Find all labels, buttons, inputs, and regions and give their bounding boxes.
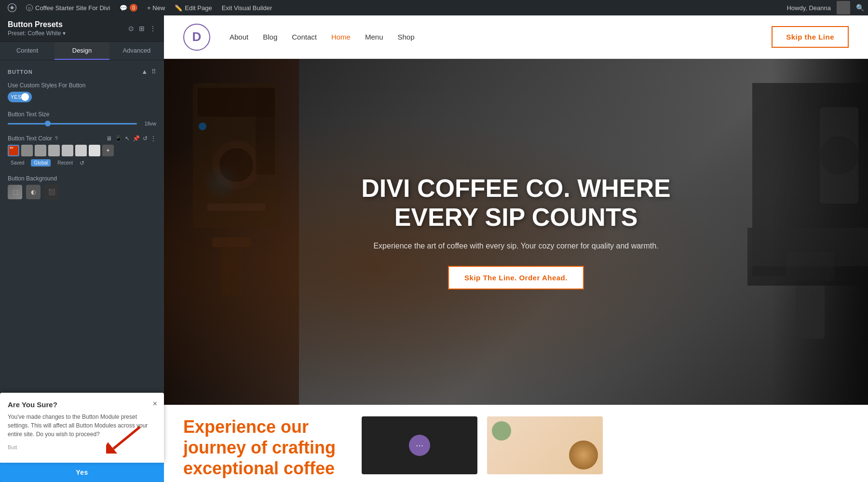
swatch-gray6[interactable] xyxy=(89,145,100,156)
comments-item[interactable]: 💬 0 xyxy=(116,0,141,15)
red-arrow-icon xyxy=(106,425,145,454)
play-icon: ⋯ xyxy=(416,441,423,450)
main-layout: Button Presets Preset: Coffee White ▾ ⊙ … xyxy=(0,15,868,482)
bg-option-3[interactable]: ⬛ xyxy=(44,185,59,199)
site-name-text: Coffee Starter Site For Divi xyxy=(35,4,110,12)
custom-styles-toggle[interactable]: YES xyxy=(8,92,32,102)
bottom-section: Experience our journey of crafting excep… xyxy=(164,405,868,482)
tab-design[interactable]: Design xyxy=(54,42,109,60)
search-icon[interactable]: 🔍 xyxy=(856,4,864,12)
text-color-label: Button Text Color ? 🖥 📱 ↖ 📌 ↺ ⋮ xyxy=(8,135,156,142)
swatch-gray1[interactable] xyxy=(21,145,33,156)
dialog-title: Are You Sure? xyxy=(8,400,156,409)
mode-saved[interactable]: Saved xyxy=(8,159,27,166)
left-panel: Button Presets Preset: Coffee White ▾ ⊙ … xyxy=(0,15,164,482)
hero-cta-button[interactable]: Skip The Line. Order Ahead. xyxy=(448,266,584,289)
toggle-yes-label: YES xyxy=(11,94,21,100)
site-name-item[interactable]: D Coffee Starter Site For Divi xyxy=(22,0,114,15)
options-icon[interactable]: ⋮ xyxy=(150,135,156,142)
exit-builder-item[interactable]: Exit Visual Builder xyxy=(218,0,276,15)
field-button-text-color: Button Text Color ? 🖥 📱 ↖ 📌 ↺ ⋮ ✏ xyxy=(8,135,156,166)
experience-text: Experience our journey of crafting excep… xyxy=(183,416,347,479)
tab-advanced[interactable]: Advanced xyxy=(109,42,164,60)
nav-blog[interactable]: Blog xyxy=(263,33,277,41)
bottom-card-video: ⋯ xyxy=(362,416,477,474)
arrow-icon[interactable]: ↖ xyxy=(125,135,130,142)
hero-title: DIVI COFFEE CO. WHERE EVERY SIP COUNTS xyxy=(323,174,709,232)
site-nav: D About Blog Contact Home Menu Shop Skip… xyxy=(164,15,868,59)
bg-option-1[interactable]: ⬚ xyxy=(8,185,22,199)
text-size-value: 1llvw xyxy=(142,121,156,126)
swatch-add[interactable]: + xyxy=(102,145,114,156)
edit-icon: ✏️ xyxy=(175,4,182,12)
site-logo-letter: D xyxy=(192,29,202,44)
section-title-button: Button xyxy=(8,69,33,75)
new-label: + New xyxy=(147,4,165,12)
desktop-view-icon[interactable]: 🖥 xyxy=(106,135,112,142)
comment-icon: 💬 xyxy=(120,4,127,12)
wp-admin-bar: D Coffee Starter Site For Divi 💬 0 + New… xyxy=(0,0,868,15)
custom-styles-label: Use Custom Styles For Button xyxy=(8,82,156,89)
nav-about[interactable]: About xyxy=(230,33,248,41)
nav-menu[interactable]: Menu xyxy=(365,33,383,41)
gradient1-icon: ⬚ xyxy=(13,189,18,195)
toggle-wrap: YES xyxy=(8,92,156,102)
nav-links: About Blog Contact Home Menu Shop xyxy=(230,33,772,41)
avatar xyxy=(837,1,850,14)
focus-icon[interactable]: ⊙ xyxy=(128,25,134,32)
gradient2-icon: ◐ xyxy=(31,189,36,195)
swatch-gray4[interactable] xyxy=(62,145,73,156)
bg-option-2[interactable]: ◐ xyxy=(26,185,41,199)
swatch-gray3[interactable] xyxy=(48,145,60,156)
site-logo: D xyxy=(183,24,210,51)
arrow-container xyxy=(106,425,145,455)
nav-home[interactable]: Home xyxy=(331,33,351,41)
edit-page-item[interactable]: ✏️ Edit Page xyxy=(171,0,216,15)
collapse-icon[interactable]: ▲ xyxy=(141,68,148,75)
yes-button[interactable]: Yes xyxy=(0,463,164,482)
panel-subtitle[interactable]: Preset: Coffee White ▾ xyxy=(8,30,66,37)
more-icon[interactable]: ⋮ xyxy=(149,25,156,32)
field-use-custom-styles: Use Custom Styles For Button YES xyxy=(8,82,156,102)
question-icon[interactable]: ? xyxy=(55,136,58,141)
mode-global[interactable]: Global xyxy=(31,159,51,166)
bg-label: Button Background xyxy=(8,175,156,182)
columns-icon[interactable]: ⊞ xyxy=(139,25,145,32)
panel-header: Button Presets Preset: Coffee White ▾ ⊙ … xyxy=(0,15,164,42)
field-button-background: Button Background ⬚ ◐ ⬛ xyxy=(8,175,156,199)
play-button[interactable]: ⋯ xyxy=(409,435,430,456)
swatch-edit-active[interactable]: ✏ xyxy=(8,145,19,156)
text-size-slider[interactable] xyxy=(8,123,137,124)
solid-icon: ⬛ xyxy=(48,189,55,195)
svg-text:D: D xyxy=(28,7,30,10)
hero-subtitle: Experience the art of coffee with every … xyxy=(373,242,658,250)
swatch-gray5[interactable] xyxy=(75,145,87,156)
website-preview: D About Blog Contact Home Menu Shop Skip… xyxy=(164,15,868,482)
coffee-icon: D xyxy=(26,4,33,11)
drag-icon[interactable]: ⠿ xyxy=(151,68,156,75)
refresh-icon[interactable]: ↺ xyxy=(80,160,84,166)
pin-icon[interactable]: 📌 xyxy=(133,135,140,142)
mobile-view-icon[interactable]: 📱 xyxy=(115,135,122,142)
wp-logo-item[interactable] xyxy=(4,0,20,15)
undo-icon[interactable]: ↺ xyxy=(143,135,148,142)
tab-content[interactable]: Content xyxy=(0,42,54,60)
edit-pencil-icon: ✏ xyxy=(10,145,14,151)
panel-title: Button Presets xyxy=(8,20,66,29)
nav-shop[interactable]: Shop xyxy=(397,33,414,41)
wordpress-icon xyxy=(8,3,16,12)
swatches-row: ✏ + xyxy=(8,145,156,156)
new-item[interactable]: + New xyxy=(143,0,169,15)
comment-count: 0 xyxy=(130,4,137,12)
bg-row: ⬚ ◐ ⬛ xyxy=(8,185,156,199)
color-mode-row: Saved Global Recent ↺ xyxy=(8,159,156,166)
section-header-button: Button ▲ ⠿ xyxy=(8,68,156,75)
nav-contact[interactable]: Contact xyxy=(292,33,317,41)
panel-title-group: Button Presets Preset: Coffee White ▾ xyxy=(8,20,66,37)
nav-cta-button[interactable]: Skip the Line xyxy=(772,26,849,48)
dialog-overlay: Are You Sure? × You've made changes to t… xyxy=(0,393,164,482)
swatch-gray2[interactable] xyxy=(35,145,46,156)
howdy-text: Howdy, Deanna xyxy=(787,4,831,12)
dialog-close-button[interactable]: × xyxy=(153,399,157,408)
mode-recent[interactable]: Recent xyxy=(54,159,76,166)
